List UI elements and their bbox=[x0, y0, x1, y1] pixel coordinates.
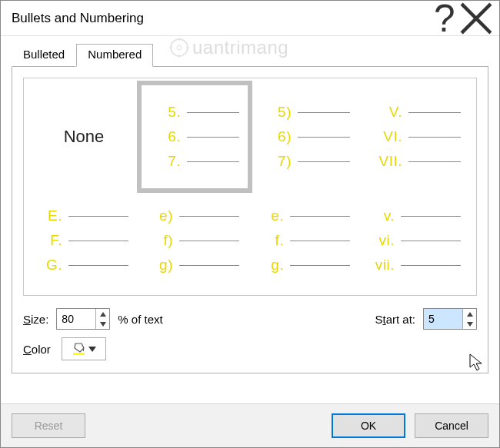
dialog-title: Bullets and Numbering bbox=[12, 11, 425, 26]
numbering-option-roman-upper[interactable]: V. VI. VII. bbox=[361, 83, 472, 191]
numbering-option-arabic-period[interactable]: 5. 6. 7. bbox=[139, 83, 250, 191]
numbering-option-alpha-upper[interactable]: E. F. G. bbox=[28, 191, 139, 290]
ok-button[interactable]: OK bbox=[332, 413, 405, 438]
cancel-button[interactable]: Cancel bbox=[415, 413, 488, 438]
svg-text:?: ? bbox=[434, 2, 455, 35]
size-up[interactable] bbox=[96, 309, 109, 319]
start-at-input[interactable] bbox=[424, 309, 462, 329]
chevron-down-icon bbox=[88, 343, 96, 355]
color-picker-button[interactable] bbox=[62, 337, 106, 360]
numbering-option-roman-lower[interactable]: v. vi. vii. bbox=[361, 191, 472, 290]
svg-marker-3 bbox=[100, 312, 106, 317]
svg-rect-7 bbox=[73, 353, 85, 355]
start-at-spinner[interactable] bbox=[423, 308, 477, 330]
reset-button: Reset bbox=[12, 413, 85, 438]
svg-marker-4 bbox=[100, 322, 106, 327]
start-at-down[interactable] bbox=[463, 319, 476, 329]
start-at-up[interactable] bbox=[463, 309, 476, 319]
tab-numbered[interactable]: Numbered bbox=[76, 44, 153, 67]
help-button[interactable]: ? bbox=[425, 2, 459, 35]
close-button[interactable] bbox=[459, 2, 493, 35]
start-at-label: Start at: bbox=[375, 313, 415, 326]
numbering-option-none[interactable]: None bbox=[28, 83, 139, 191]
size-spinner[interactable] bbox=[56, 308, 110, 330]
svg-marker-5 bbox=[467, 312, 473, 317]
size-label: Size: bbox=[23, 313, 48, 326]
size-down[interactable] bbox=[96, 319, 109, 329]
size-suffix: % of text bbox=[118, 313, 162, 326]
size-input[interactable] bbox=[57, 309, 95, 329]
numbering-option-alpha-lower-paren[interactable]: e) f) g) bbox=[139, 191, 250, 290]
bucket-icon bbox=[72, 341, 87, 357]
numbering-option-alpha-lower-period[interactable]: e. f. g. bbox=[250, 191, 361, 290]
color-label: Color bbox=[23, 343, 51, 356]
svg-marker-6 bbox=[467, 322, 473, 327]
svg-marker-8 bbox=[88, 347, 96, 352]
none-label: None bbox=[64, 127, 105, 147]
numbering-option-arabic-paren[interactable]: 5) 6) 7) bbox=[250, 83, 361, 191]
tab-bulleted[interactable]: Bulleted bbox=[12, 44, 76, 67]
